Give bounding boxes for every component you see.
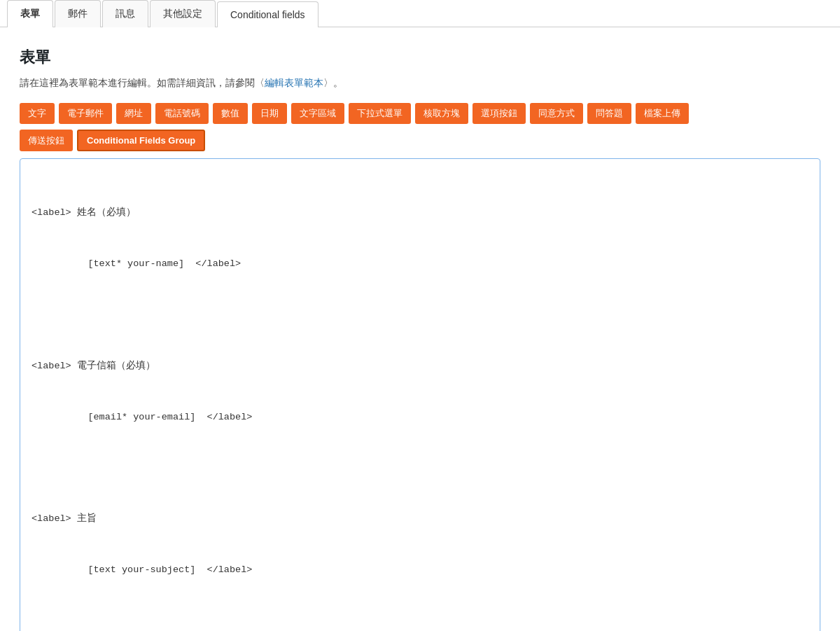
code-line-7: <label> 主旨 <box>31 511 808 527</box>
code-line-1: <label> 姓名（必填） <box>31 204 808 221</box>
tab-conditional-fields[interactable]: Conditional fields <box>217 1 318 27</box>
code-line-8: [text your-subject] </label> <box>31 562 808 578</box>
code-empty-1 <box>31 307 808 324</box>
field-buttons-row: 文字 電子郵件 網址 電話號碼 數值 日期 文字區域 下拉式選單 核取方塊 選項… <box>20 103 820 124</box>
description: 請在這裡為表單範本進行編輯。如需詳細資訊，請參閱〈編輯表單範本〉。 <box>20 75 820 90</box>
special-buttons-row: 傳送按鈕 Conditional Fields Group <box>20 130 820 151</box>
btn-text[interactable]: 文字 <box>20 103 55 124</box>
btn-submit[interactable]: 傳送按鈕 <box>20 130 73 151</box>
edit-template-link[interactable]: 編輯表單範本 <box>265 77 323 88</box>
btn-phone[interactable]: 電話號碼 <box>155 103 209 124</box>
btn-checkbox[interactable]: 核取方塊 <box>415 103 468 124</box>
main-content: 表單 請在這裡為表單範本進行編輯。如需詳細資訊，請參閱〈編輯表單範本〉。 文字 … <box>0 27 840 631</box>
code-line-4: <label> 電子信箱（必填） <box>31 358 808 375</box>
tab-mail[interactable]: 郵件 <box>55 0 101 27</box>
tab-other[interactable]: 其他設定 <box>150 0 216 27</box>
code-empty-3 <box>31 613 808 630</box>
code-empty-2 <box>31 459 808 476</box>
code-line-5: [email* your-email] </label> <box>31 409 808 426</box>
btn-select[interactable]: 下拉式選單 <box>349 103 411 124</box>
btn-conditional-fields-group[interactable]: Conditional Fields Group <box>77 130 205 151</box>
code-line-2: [text* your-name] </label> <box>31 256 808 272</box>
btn-email[interactable]: 電子郵件 <box>59 103 112 124</box>
tabs-bar: 表單 郵件 訊息 其他設定 Conditional fields <box>0 0 840 27</box>
btn-consent[interactable]: 同意方式 <box>530 103 583 124</box>
btn-number[interactable]: 數值 <box>213 103 248 124</box>
btn-textarea[interactable]: 文字區域 <box>291 103 344 124</box>
btn-url[interactable]: 網址 <box>116 103 151 124</box>
btn-date[interactable]: 日期 <box>252 103 287 124</box>
code-editor[interactable]: <label> 姓名（必填） [text* your-name] </label… <box>20 158 820 631</box>
tab-message[interactable]: 訊息 <box>102 0 148 27</box>
btn-file[interactable]: 檔案上傳 <box>636 103 689 124</box>
tab-form[interactable]: 表單 <box>7 0 53 27</box>
page-title: 表單 <box>20 47 820 68</box>
btn-quiz[interactable]: 問答題 <box>587 103 631 124</box>
btn-radio[interactable]: 選項按鈕 <box>472 103 526 124</box>
